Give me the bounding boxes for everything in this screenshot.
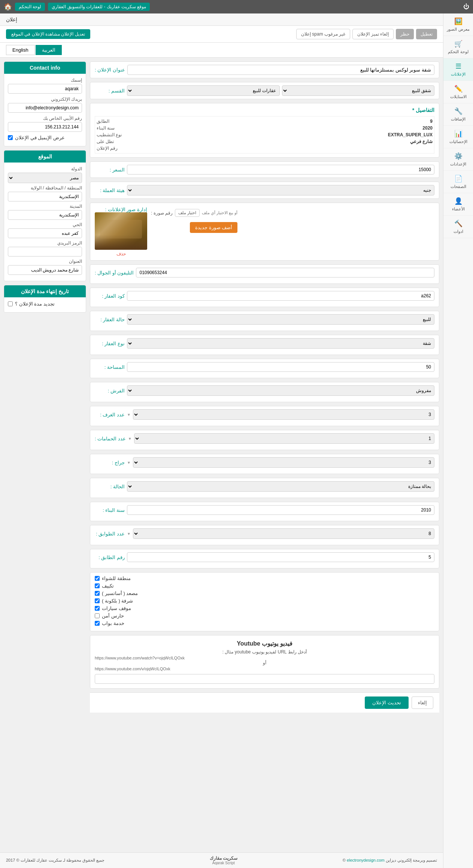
city-label: المدينة	[8, 204, 82, 209]
currency-row: جنيه هيئة العملة :	[90, 182, 439, 199]
property-type-row: شقة نوع العقار :	[95, 338, 434, 349]
amenity-doorman-checkbox[interactable]	[95, 621, 100, 626]
contact-ip-label: رقم الأيبي الخاص بك	[8, 116, 82, 121]
contact-body: إسمك aqarak بريدك الإلكتروني info@electr…	[4, 74, 86, 146]
tab-english[interactable]: English	[6, 45, 35, 55]
right-panel: Contact info إسمك aqarak بريدك الإلكترون…	[4, 61, 86, 849]
expiry-header: تاريخ إنتهاء مدة الإعلان	[4, 285, 86, 297]
remove-feature-button[interactable]: إلغاء تميز الإعلان	[352, 29, 394, 39]
property-status-label: حالة العقار :	[95, 317, 125, 322]
show-email-checkbox[interactable]	[8, 135, 13, 140]
furniture-row: مفروش الفرش :	[95, 385, 434, 396]
sidebar-item-addons[interactable]: 🔧 الإضافات	[443, 103, 473, 126]
contact-ip-field: رقم الأيبي الخاص بك 156.213.212.144	[8, 116, 82, 132]
district-input[interactable]	[8, 228, 82, 238]
price-row: السعر :	[90, 161, 439, 178]
amenity-elevator: مصعد ( أساتسير )	[95, 591, 434, 596]
furniture-select[interactable]: مفروش	[127, 385, 434, 396]
rooms-select[interactable]: 3	[133, 409, 434, 420]
detail-finish-type: EXTRA_SUPER_LUX نوع التشطيب	[97, 131, 433, 138]
sidebar-item-styles[interactable]: ✏️ الاستايلات	[443, 81, 473, 103]
tab-arabic[interactable]: العربية	[36, 45, 62, 55]
cancel-button[interactable]: إلغاء	[412, 696, 433, 709]
renew-checkbox[interactable]	[8, 301, 13, 306]
floors-label: عدد الطوابق :	[95, 531, 125, 537]
property-code-input[interactable]	[127, 291, 434, 301]
footer-logo: سكريت مقارك Aqarak Script	[210, 856, 237, 865]
addons-icon: 🔧	[454, 107, 463, 115]
sidebar-item-pages[interactable]: 📄 الصفحات	[443, 171, 473, 193]
sidebar-item-stats[interactable]: 📊 الإحصائيات	[443, 126, 473, 148]
property-type-select[interactable]: شقة	[127, 338, 434, 349]
sidebar-label-members: الأعضاء	[452, 207, 465, 212]
phone-input[interactable]	[136, 268, 434, 277]
sidebar-item-members[interactable]: 👤 الأعضاء	[443, 193, 473, 216]
sidebar-item-dashboard[interactable]: 🛒 لوحة التحكم	[443, 36, 473, 58]
not-spam-button[interactable]: غير مرغوب spam إعلان	[296, 29, 350, 39]
floors-arrow: ▼	[127, 532, 131, 536]
amenity-parking: موقف سيارات	[95, 606, 434, 611]
breadcrumb: إعلان	[6, 16, 17, 22]
sidebar-label-settings: الإعدادات	[450, 162, 466, 167]
subcategory-select[interactable]: شقق للبيع	[282, 85, 435, 96]
postal-input[interactable]	[8, 247, 82, 257]
category-select[interactable]: عقارات للبيع	[127, 85, 280, 96]
sidebar-label-dashboard: لوحة التحكم	[448, 49, 468, 54]
region-label: المنطقة / المحافظة / الولاية	[8, 185, 82, 191]
amenity-elevator-checkbox[interactable]	[95, 591, 100, 596]
country-select[interactable]: مصر	[8, 173, 82, 183]
choose-file-btn[interactable]: اختيار ملف	[175, 209, 200, 217]
youtube-title: فيديو يوتيوب Youtube	[95, 640, 434, 647]
power-button[interactable]: ⏻	[463, 3, 469, 10]
site-button[interactable]: موقع سكريت عقاربك - للعقارات والتسويق ال…	[48, 3, 150, 11]
tools-icon: 🔨	[454, 219, 463, 228]
footer-design-link[interactable]: electronydesign.com	[347, 858, 385, 862]
image-inner	[95, 212, 147, 250]
sidebar-item-tools[interactable]: 🔨 ادوات	[443, 216, 473, 238]
youtube-input[interactable]	[95, 674, 434, 684]
youtube-section: فيديو يوتيوب Youtube أدخل رابط URL لفيدي…	[90, 635, 439, 689]
sidebar-item-settings[interactable]: ⚙️ الإعدادات	[443, 148, 473, 171]
add-image-button[interactable]: أضف صورة جديدة	[190, 222, 237, 233]
floor-num-input[interactable]	[127, 552, 434, 562]
expiry-body: تجديد مدة الإعلان ؟	[4, 297, 86, 312]
district-label: الحي	[8, 222, 82, 227]
city-input[interactable]	[8, 210, 82, 220]
build-year-input[interactable]	[127, 505, 434, 515]
garage-select[interactable]: 3	[133, 457, 434, 468]
area-input[interactable]	[127, 362, 434, 372]
amenity-balcony-checkbox[interactable]	[95, 598, 100, 603]
details-title: التفاصيل *	[95, 107, 434, 113]
dashboard-button[interactable]: لوحة التحكم	[15, 3, 45, 11]
property-type-label: نوع العقار :	[95, 341, 125, 346]
image-label: إدارة صور الإعلانات :	[105, 207, 147, 212]
region-input[interactable]	[8, 192, 82, 201]
update-button[interactable]: تحديث الإعلان	[365, 696, 409, 709]
action-bar: تعطيل حظر إلغاء تميز الإعلان غير مرغوب s…	[0, 26, 443, 43]
pages-icon: 📄	[454, 174, 463, 183]
floors-select[interactable]: 8	[133, 528, 434, 539]
settings-icon: ⚙️	[454, 152, 463, 160]
block-button[interactable]: حظر	[396, 29, 414, 39]
sidebar-item-gallery[interactable]: 🖼️ معرض الصور	[443, 13, 473, 36]
sidebar-item-ads[interactable]: ☰ الإعلانات	[443, 58, 473, 81]
disable-button[interactable]: تعطيل	[416, 29, 437, 39]
detail-build-year: 2020 سنة البناء	[97, 125, 433, 131]
footer-copyright: جميع الحقوق محفوظة لـ سكريت عقارك للعقار…	[6, 858, 104, 863]
amenity-bbq-checkbox[interactable]	[95, 576, 100, 581]
condition-select[interactable]: بحالة ممتازة	[127, 481, 434, 492]
bathrooms-row: 1 ▼ عدد الحمامات :	[95, 433, 434, 444]
title-input[interactable]	[127, 65, 434, 75]
amenity-parking-checkbox[interactable]	[95, 606, 100, 611]
amenity-security-checkbox[interactable]	[95, 613, 100, 618]
area-card: المساحة :	[90, 359, 439, 378]
bathrooms-select[interactable]: 1	[134, 433, 434, 444]
image-delete-link[interactable]: حذف	[95, 251, 147, 257]
price-input[interactable]	[127, 165, 434, 174]
edit-ad-button[interactable]: تعديل الإعلان مشاهدة الإعلان في الموقع	[6, 29, 90, 39]
property-status-select[interactable]: للبيع	[127, 314, 434, 325]
amenity-security: حارس أمن	[95, 613, 434, 619]
currency-select[interactable]: جنيه	[127, 185, 434, 195]
address-input[interactable]	[8, 265, 82, 275]
amenity-ac-checkbox[interactable]	[95, 583, 100, 588]
